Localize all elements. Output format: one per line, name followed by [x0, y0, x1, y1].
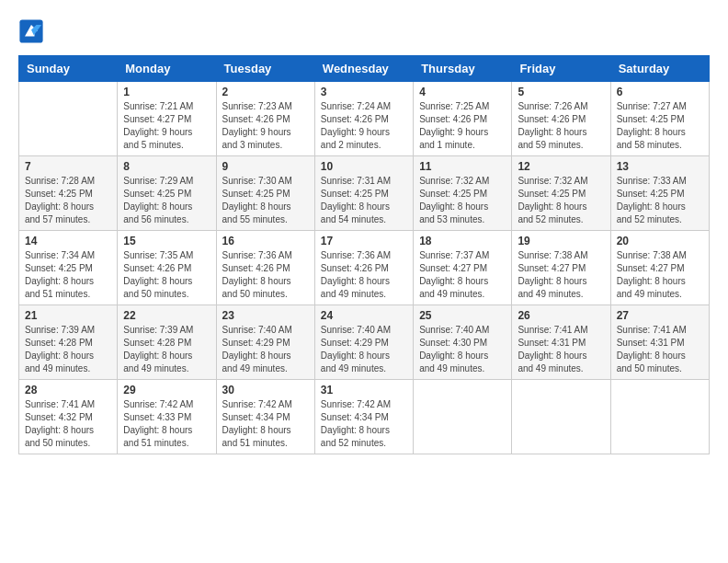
day-number: 2	[222, 86, 309, 98]
day-info: Sunrise: 7:40 AMSunset: 4:30 PMDaylight:…	[419, 324, 506, 375]
calendar-cell: 17Sunrise: 7:36 AMSunset: 4:26 PMDayligh…	[314, 231, 413, 305]
calendar-cell: 7Sunrise: 7:28 AMSunset: 4:25 PMDaylight…	[19, 156, 118, 231]
day-number: 9	[222, 160, 309, 173]
day-number: 31	[321, 384, 407, 396]
calendar-cell: 27Sunrise: 7:41 AMSunset: 4:31 PMDayligh…	[610, 305, 709, 380]
day-info: Sunrise: 7:42 AMSunset: 4:34 PMDaylight:…	[321, 398, 407, 450]
day-info: Sunrise: 7:31 AMSunset: 4:25 PMDaylight:…	[321, 175, 407, 226]
day-info: Sunrise: 7:41 AMSunset: 4:31 PMDaylight:…	[617, 324, 703, 375]
calendar-cell: 10Sunrise: 7:31 AMSunset: 4:25 PMDayligh…	[314, 156, 413, 231]
day-number: 18	[419, 235, 506, 247]
day-info: Sunrise: 7:40 AMSunset: 4:29 PMDaylight:…	[222, 324, 309, 375]
day-number: 6	[617, 86, 703, 98]
day-number: 3	[321, 86, 407, 98]
day-info: Sunrise: 7:32 AMSunset: 4:25 PMDaylight:…	[419, 175, 506, 226]
calendar-cell: 5Sunrise: 7:26 AMSunset: 4:26 PMDaylight…	[512, 82, 610, 156]
calendar-cell: 15Sunrise: 7:35 AMSunset: 4:26 PMDayligh…	[118, 231, 216, 305]
day-info: Sunrise: 7:32 AMSunset: 4:25 PMDaylight:…	[518, 175, 604, 226]
calendar-cell: 23Sunrise: 7:40 AMSunset: 4:29 PMDayligh…	[216, 305, 314, 380]
weekday-header-tuesday: Tuesday	[216, 56, 314, 82]
day-info: Sunrise: 7:25 AMSunset: 4:26 PMDaylight:…	[419, 100, 506, 152]
day-info: Sunrise: 7:23 AMSunset: 4:26 PMDaylight:…	[222, 100, 309, 152]
calendar-cell: 2Sunrise: 7:23 AMSunset: 4:26 PMDaylight…	[216, 82, 314, 156]
day-info: Sunrise: 7:30 AMSunset: 4:25 PMDaylight:…	[222, 175, 309, 226]
calendar-cell: 9Sunrise: 7:30 AMSunset: 4:25 PMDaylight…	[216, 156, 314, 231]
logo-icon	[18, 18, 44, 44]
day-number: 24	[321, 309, 407, 322]
day-number: 1	[123, 86, 210, 98]
day-info: Sunrise: 7:21 AMSunset: 4:27 PMDaylight:…	[123, 100, 210, 152]
calendar-cell: 20Sunrise: 7:38 AMSunset: 4:27 PMDayligh…	[610, 231, 709, 305]
day-number: 21	[25, 309, 111, 322]
calendar-cell: 19Sunrise: 7:38 AMSunset: 4:27 PMDayligh…	[512, 231, 610, 305]
day-number: 15	[123, 235, 210, 247]
calendar-cell: 25Sunrise: 7:40 AMSunset: 4:30 PMDayligh…	[414, 305, 512, 380]
calendar-cell: 1Sunrise: 7:21 AMSunset: 4:27 PMDaylight…	[118, 82, 216, 156]
calendar-cell: 30Sunrise: 7:42 AMSunset: 4:34 PMDayligh…	[216, 380, 314, 454]
day-number: 19	[518, 235, 604, 247]
day-number: 16	[222, 235, 309, 247]
day-number: 10	[321, 160, 407, 173]
day-info: Sunrise: 7:27 AMSunset: 4:25 PMDaylight:…	[617, 100, 703, 152]
day-number: 17	[321, 235, 407, 247]
calendar-cell	[414, 380, 512, 454]
day-number: 20	[617, 235, 703, 247]
day-number: 11	[419, 160, 506, 173]
calendar-cell: 14Sunrise: 7:34 AMSunset: 4:25 PMDayligh…	[19, 231, 118, 305]
day-number: 8	[123, 160, 210, 173]
calendar-cell: 8Sunrise: 7:29 AMSunset: 4:25 PMDaylight…	[118, 156, 216, 231]
day-info: Sunrise: 7:37 AMSunset: 4:27 PMDaylight:…	[419, 249, 506, 301]
day-info: Sunrise: 7:42 AMSunset: 4:33 PMDaylight:…	[123, 398, 210, 450]
weekday-header-friday: Friday	[512, 56, 610, 82]
day-info: Sunrise: 7:41 AMSunset: 4:31 PMDaylight:…	[518, 324, 604, 375]
weekday-header-sunday: Sunday	[19, 56, 118, 82]
day-info: Sunrise: 7:36 AMSunset: 4:26 PMDaylight:…	[321, 249, 407, 301]
day-info: Sunrise: 7:28 AMSunset: 4:25 PMDaylight:…	[25, 175, 111, 226]
day-info: Sunrise: 7:33 AMSunset: 4:25 PMDaylight:…	[617, 175, 703, 226]
day-info: Sunrise: 7:39 AMSunset: 4:28 PMDaylight:…	[123, 324, 210, 375]
day-number: 29	[123, 384, 210, 396]
calendar-cell: 28Sunrise: 7:41 AMSunset: 4:32 PMDayligh…	[19, 380, 118, 454]
day-info: Sunrise: 7:39 AMSunset: 4:28 PMDaylight:…	[25, 324, 111, 375]
day-info: Sunrise: 7:35 AMSunset: 4:26 PMDaylight:…	[123, 249, 210, 301]
day-number: 14	[25, 235, 111, 247]
calendar-table: SundayMondayTuesdayWednesdayThursdayFrid…	[18, 55, 710, 454]
day-number: 7	[25, 160, 111, 173]
day-number: 23	[222, 309, 309, 322]
calendar-week-1: 1Sunrise: 7:21 AMSunset: 4:27 PMDaylight…	[19, 82, 710, 156]
day-info: Sunrise: 7:40 AMSunset: 4:29 PMDaylight:…	[321, 324, 407, 375]
day-info: Sunrise: 7:29 AMSunset: 4:25 PMDaylight:…	[123, 175, 210, 226]
calendar-cell: 26Sunrise: 7:41 AMSunset: 4:31 PMDayligh…	[512, 305, 610, 380]
day-number: 22	[123, 309, 210, 322]
day-number: 27	[617, 309, 703, 322]
day-number: 26	[518, 309, 604, 322]
day-number: 12	[518, 160, 604, 173]
day-info: Sunrise: 7:41 AMSunset: 4:32 PMDaylight:…	[25, 398, 111, 450]
day-number: 13	[617, 160, 703, 173]
calendar-week-3: 14Sunrise: 7:34 AMSunset: 4:25 PMDayligh…	[19, 231, 710, 305]
calendar-cell	[19, 82, 118, 156]
weekday-header-wednesday: Wednesday	[314, 56, 413, 82]
calendar-cell	[610, 380, 709, 454]
calendar-cell: 22Sunrise: 7:39 AMSunset: 4:28 PMDayligh…	[118, 305, 216, 380]
weekday-header-monday: Monday	[118, 56, 216, 82]
day-number: 25	[419, 309, 506, 322]
day-info: Sunrise: 7:38 AMSunset: 4:27 PMDaylight:…	[518, 249, 604, 301]
calendar-cell	[512, 380, 610, 454]
day-number: 30	[222, 384, 309, 396]
calendar-week-5: 28Sunrise: 7:41 AMSunset: 4:32 PMDayligh…	[19, 380, 710, 454]
page-header	[18, 18, 710, 44]
calendar-cell: 4Sunrise: 7:25 AMSunset: 4:26 PMDaylight…	[414, 82, 512, 156]
weekday-header-thursday: Thursday	[414, 56, 512, 82]
day-info: Sunrise: 7:34 AMSunset: 4:25 PMDaylight:…	[25, 249, 111, 301]
calendar-week-2: 7Sunrise: 7:28 AMSunset: 4:25 PMDaylight…	[19, 156, 710, 231]
day-number: 28	[25, 384, 111, 396]
calendar-cell: 29Sunrise: 7:42 AMSunset: 4:33 PMDayligh…	[118, 380, 216, 454]
day-info: Sunrise: 7:42 AMSunset: 4:34 PMDaylight:…	[222, 398, 309, 450]
day-info: Sunrise: 7:24 AMSunset: 4:26 PMDaylight:…	[321, 100, 407, 152]
calendar-cell: 6Sunrise: 7:27 AMSunset: 4:25 PMDaylight…	[610, 82, 709, 156]
calendar-cell: 12Sunrise: 7:32 AMSunset: 4:25 PMDayligh…	[512, 156, 610, 231]
calendar-cell: 21Sunrise: 7:39 AMSunset: 4:28 PMDayligh…	[19, 305, 118, 380]
logo	[18, 18, 48, 44]
calendar-week-4: 21Sunrise: 7:39 AMSunset: 4:28 PMDayligh…	[19, 305, 710, 380]
